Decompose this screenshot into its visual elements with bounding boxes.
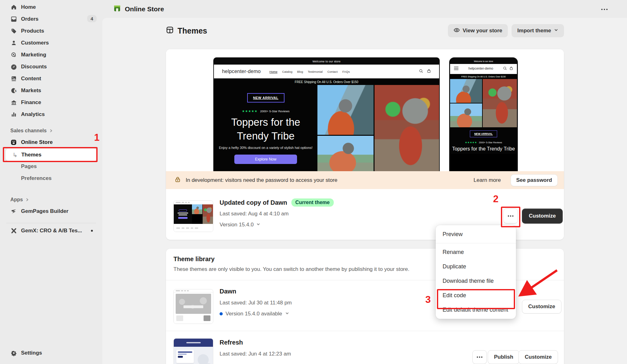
sidebar-item-home[interactable]: Home xyxy=(0,1,102,13)
gempages-icon xyxy=(10,208,17,215)
theme-thumbnail xyxy=(173,200,213,232)
tree-branch-icon: ↳ xyxy=(13,152,18,158)
sidebar-item-gemx[interactable]: GemX: CRO & A/B Tes... xyxy=(0,225,102,237)
sidebar-item-label: GemPages Builder xyxy=(21,208,68,214)
cart-bag-icon xyxy=(427,69,431,74)
publish-button[interactable]: Publish xyxy=(488,350,519,364)
sidebar-item-label: Customers xyxy=(21,40,49,46)
current-theme-badge: Current theme xyxy=(291,198,334,207)
chevron-down-icon xyxy=(285,311,289,317)
topbar-more-button[interactable] xyxy=(598,5,611,14)
hero-photo xyxy=(317,85,373,135)
see-password-button[interactable]: See password xyxy=(511,174,558,186)
theme-thumbnail xyxy=(173,289,213,324)
hero-subtitle: Enjoy a hefty 30% discount on a variety … xyxy=(218,146,313,150)
image-icon xyxy=(10,76,17,82)
customize-button[interactable]: Customize xyxy=(522,300,561,314)
menu-item-rename[interactable]: Rename xyxy=(436,245,516,259)
menu-item-edit-default-theme-content[interactable]: Edit default theme content xyxy=(436,303,516,317)
sidebar-item-orders[interactable]: Orders 4 xyxy=(0,13,102,25)
store-header-mobile: helpcenter-demo xyxy=(450,64,517,74)
menu-item-preview[interactable]: Preview xyxy=(436,227,516,241)
hero-title: Toppers for the Trendy Tribe xyxy=(452,146,515,154)
hamburger-icon xyxy=(454,66,459,71)
chevron-down-icon xyxy=(554,28,558,34)
sidebar-item-label: Content xyxy=(21,76,41,82)
theme-last-saved: Last saved: Jun 4 at 12:23 am xyxy=(220,351,291,357)
theme-actions-more-button[interactable] xyxy=(503,208,518,224)
sidebar-item-themes[interactable]: ↳ Themes xyxy=(6,149,97,161)
sidebar-item-preferences[interactable]: Preferences xyxy=(0,172,102,184)
theme-last-saved: Last saved: Aug 4 at 4:10 am xyxy=(220,211,289,217)
ellipsis-icon xyxy=(601,9,603,10)
theme-actions-dropdown: Preview Rename Duplicate Download theme … xyxy=(436,225,516,319)
mobile-theme-preview: Welcome to our store helpcenter-demo FRE… xyxy=(449,57,518,171)
sidebar: Home Orders 4 Products Customers Marketi… xyxy=(0,0,102,364)
shipping-bar: FREE Shipping On All U.S. Orders Over $1… xyxy=(214,78,439,85)
customize-button[interactable]: Customize xyxy=(518,350,558,364)
sidebar-item-label: Online Store xyxy=(21,139,53,145)
orders-count-badge: 4 xyxy=(87,15,97,22)
sidebar-item-marketing[interactable]: Marketing xyxy=(0,49,102,61)
learn-more-link[interactable]: Learn more xyxy=(474,177,501,183)
theme-name: Refresh xyxy=(220,339,243,346)
gear-icon xyxy=(10,350,17,356)
theme-version[interactable]: Version 15.4.0 available xyxy=(220,311,289,317)
store-brand: helpcenter-demo xyxy=(466,66,496,71)
hero-section-mobile: FREE Shipping On All U.S. Orders Over $1… xyxy=(450,74,517,154)
orders-icon xyxy=(10,16,17,23)
sidebar-item-label: Analytics xyxy=(21,111,45,118)
target-cursor-icon xyxy=(10,52,17,58)
status-dot xyxy=(91,230,93,232)
globe-dollar-icon: $ xyxy=(10,87,17,94)
sidebar-item-label: GemX: CRO & A/B Tes... xyxy=(21,228,82,234)
storefront-icon xyxy=(10,139,17,146)
discount-badge-icon xyxy=(10,64,17,70)
star-rating-icon: ★★★★★ xyxy=(242,109,258,113)
tag-icon xyxy=(10,28,17,34)
bar-chart-icon xyxy=(10,111,17,118)
current-theme-card: Welcome to our store helpcenter-demo Hom… xyxy=(166,49,564,240)
customize-button[interactable]: Customize xyxy=(522,208,563,224)
sidebar-item-gempages[interactable]: GemPages Builder xyxy=(0,205,102,217)
sidebar-item-finance[interactable]: Finance xyxy=(0,97,102,108)
online-store-logo-icon xyxy=(113,4,121,14)
apps-header[interactable]: Apps xyxy=(0,194,102,205)
sidebar-item-analytics[interactable]: Analytics xyxy=(0,108,102,120)
store-brand: helpcenter-demo xyxy=(222,69,261,74)
topbar-title: Online Store xyxy=(113,4,164,14)
menu-item-edit-code[interactable]: Edit code xyxy=(436,288,516,303)
sales-channels-header[interactable]: Sales channels xyxy=(0,125,102,136)
topbar-title-text: Online Store xyxy=(125,5,164,13)
hero-photo-collage xyxy=(317,85,439,171)
import-theme-button[interactable]: Import theme xyxy=(512,24,564,37)
sidebar-item-settings[interactable]: Settings xyxy=(0,347,102,359)
sidebar-item-label: Themes xyxy=(21,152,41,158)
announcement-bar: Welcome to our store xyxy=(214,58,439,65)
sidebar-item-products[interactable]: Products xyxy=(0,25,102,37)
theme-library-title: Theme library xyxy=(173,256,215,263)
sidebar-item-label: Home xyxy=(21,4,36,10)
theme-actions-more-button[interactable] xyxy=(472,350,487,364)
sidebar-item-markets[interactable]: $ Markets xyxy=(0,85,102,97)
sidebar-item-discounts[interactable]: Discounts xyxy=(0,61,102,73)
settings-row: Settings xyxy=(0,347,102,359)
sidebar-item-pages[interactable]: Pages xyxy=(0,161,102,172)
sidebar-item-label: Orders xyxy=(21,16,39,22)
page-title-group: Themes xyxy=(166,26,207,36)
sidebar-item-online-store[interactable]: Online Store xyxy=(0,136,102,148)
sidebar-item-content[interactable]: Content xyxy=(0,73,102,85)
hero-title: Toppers for the Trendy Tribe xyxy=(222,115,309,143)
topbar: Online Store xyxy=(102,0,627,18)
lock-icon xyxy=(174,176,181,184)
sidebar-item-customers[interactable]: Customers xyxy=(0,37,102,49)
sidebar-divider xyxy=(6,223,96,223)
ellipsis-icon xyxy=(508,215,509,217)
sidebar-item-label: Settings xyxy=(21,350,42,356)
menu-item-download-theme-file[interactable]: Download theme file xyxy=(436,274,516,288)
view-your-store-button[interactable]: View your store xyxy=(448,24,508,37)
sidebar-item-label: Products xyxy=(21,28,44,34)
theme-version[interactable]: Version 15.4.0 xyxy=(220,222,260,228)
menu-item-duplicate[interactable]: Duplicate xyxy=(436,259,516,274)
desktop-theme-preview: Welcome to our store helpcenter-demo Hom… xyxy=(213,57,440,171)
